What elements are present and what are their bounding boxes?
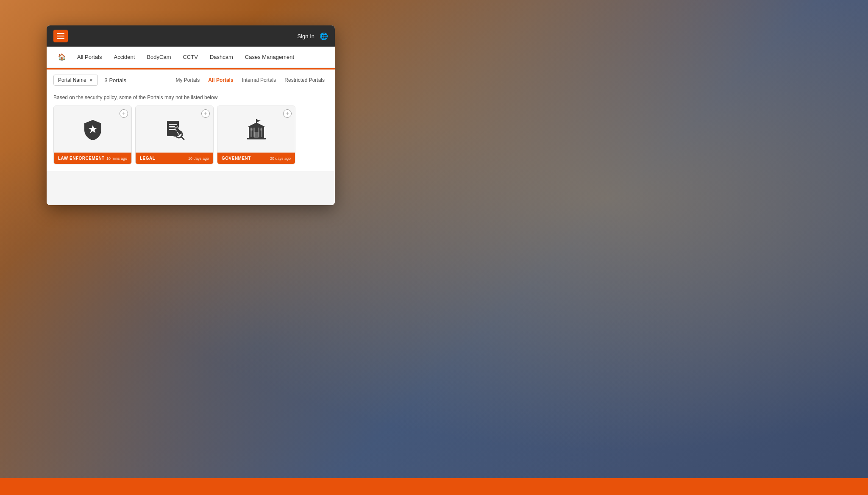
svg-marker-11 [248, 122, 265, 127]
svg-rect-3 [169, 126, 175, 128]
portal-card-government[interactable]: + [217, 106, 295, 164]
security-notice: Based on the security policy, some of th… [47, 91, 335, 106]
cat-cases-management[interactable]: Cases Management [240, 50, 299, 64]
home-button[interactable]: 🏠 [53, 50, 70, 64]
top-nav: Sign In 🌐 [47, 25, 335, 47]
portal-label-legal: LEGAL [140, 156, 155, 161]
tab-my-portals[interactable]: My Portals [172, 75, 203, 85]
portal-card-body-legal: + [136, 106, 213, 153]
document-pen-icon [163, 118, 186, 142]
portal-label-government: GOVENMENT [222, 156, 251, 161]
sign-in-link[interactable]: Sign In [298, 33, 314, 39]
svg-rect-17 [254, 132, 259, 139]
svg-line-8 [181, 137, 184, 139]
top-nav-right: Sign In 🌐 [298, 32, 328, 40]
portals-filter-bar: Portal Name ▼ 3 Portals My Portals All P… [47, 70, 335, 91]
chevron-down-icon: ▼ [89, 78, 93, 83]
portal-time-government: 20 days ago [270, 156, 291, 161]
security-notice-text: Based on the security policy, some of th… [53, 95, 219, 100]
portal-card-footer-legal: LEGAL 10 days ago [136, 153, 213, 164]
portal-label-law-enforcement: LAW ENFORCEMENT [58, 156, 105, 161]
app-window: Sign In 🌐 🏠 All Portals Accident BodyCam… [47, 25, 335, 205]
portal-card-footer-law-enforcement: LAW ENFORCEMENT 10 mins ago [54, 153, 131, 164]
svg-rect-20 [260, 128, 262, 131]
cat-all-portals[interactable]: All Portals [72, 50, 107, 64]
globe-icon[interactable]: 🌐 [320, 32, 328, 40]
portals-grid: + LAW ENFORCEMENT 10 mins ago + [47, 106, 335, 171]
menu-button[interactable] [53, 30, 68, 42]
tab-restricted-portals[interactable]: Restricted Portals [281, 75, 328, 85]
svg-rect-19 [250, 128, 253, 131]
portal-name-label: Portal Name [58, 77, 86, 83]
filter-tabs: My Portals All Portals Internal Portals … [172, 75, 328, 85]
portal-card-legal[interactable]: + LEGAL 10 [135, 106, 214, 164]
shield-star-icon [81, 118, 105, 142]
cat-accident[interactable]: Accident [109, 50, 140, 64]
svg-rect-2 [169, 124, 177, 125]
category-nav: 🏠 All Portals Accident BodyCam CCTV Dash… [47, 47, 335, 68]
portal-card-body-government: + [217, 106, 295, 153]
portal-card-body-law-enforcement: + [54, 106, 131, 153]
cat-dashcam[interactable]: Dashcam [205, 50, 238, 64]
portal-time-law-enforcement: 10 mins ago [106, 156, 127, 161]
portal-name-select[interactable]: Portal Name ▼ [53, 75, 98, 86]
building-icon [245, 118, 268, 142]
portal-add-button-legal[interactable]: + [201, 109, 210, 118]
portals-empty-area [47, 171, 335, 205]
portal-card-footer-government: GOVENMENT 20 days ago [217, 153, 295, 164]
portal-count: 3 Portals [105, 77, 126, 83]
portal-add-button-law-enforcement[interactable]: + [120, 109, 128, 118]
tab-all-portals[interactable]: All Portals [205, 75, 236, 85]
cat-bodycam[interactable]: BodyCam [142, 50, 176, 64]
svg-rect-18 [247, 138, 266, 139]
svg-marker-10 [257, 120, 261, 122]
bottom-bar [0, 478, 868, 495]
portal-add-button-government[interactable]: + [283, 109, 292, 118]
portal-card-law-enforcement[interactable]: + LAW ENFORCEMENT 10 mins ago [53, 106, 132, 164]
cat-cctv[interactable]: CCTV [178, 50, 203, 64]
tab-internal-portals[interactable]: Internal Portals [239, 75, 280, 85]
portal-time-legal: 10 days ago [188, 156, 209, 161]
